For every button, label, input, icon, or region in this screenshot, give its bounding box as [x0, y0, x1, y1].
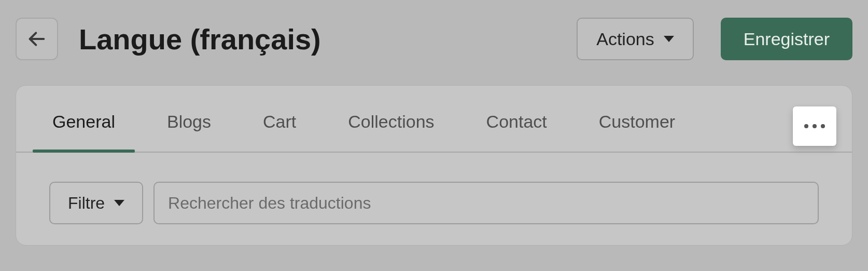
chevron-down-icon: [664, 36, 674, 42]
tab-customer[interactable]: Customer: [573, 112, 701, 152]
filter-dropdown[interactable]: Filtre: [49, 182, 143, 224]
back-button[interactable]: [16, 18, 58, 60]
tab-blogs[interactable]: Blogs: [141, 112, 237, 152]
tab-general[interactable]: General: [26, 112, 141, 152]
tab-cart[interactable]: Cart: [237, 112, 322, 152]
filter-label: Filtre: [68, 194, 105, 213]
page-header: Langue (français) Actions Enregistrer: [0, 0, 868, 60]
tabs-bar: General Blogs Cart Collections Contact C…: [16, 86, 852, 153]
more-horizontal-icon: [804, 124, 825, 128]
tab-collections[interactable]: Collections: [322, 112, 460, 152]
page-title: Langue (français): [79, 22, 321, 56]
tab-contact[interactable]: Contact: [460, 112, 573, 152]
arrow-left-icon: [26, 29, 47, 49]
actions-dropdown[interactable]: Actions: [577, 18, 694, 60]
actions-label: Actions: [596, 29, 654, 49]
chevron-down-icon: [114, 200, 124, 206]
translations-card: General Blogs Cart Collections Contact C…: [16, 85, 852, 246]
filter-row: Filtre: [16, 153, 852, 224]
search-input[interactable]: [153, 182, 819, 224]
save-button[interactable]: Enregistrer: [721, 18, 852, 60]
more-tabs-button[interactable]: [793, 106, 836, 146]
